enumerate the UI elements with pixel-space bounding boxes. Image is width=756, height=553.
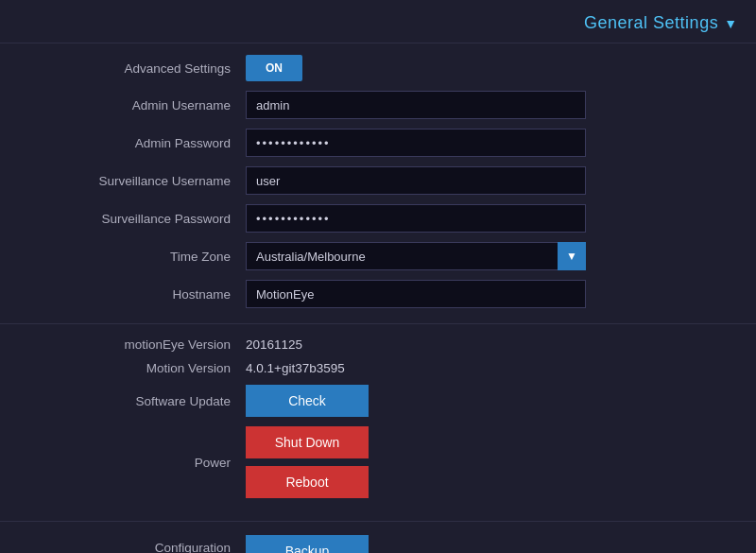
hostname-row: Hostname (38, 280, 718, 308)
header: General Settings ▼ (0, 0, 756, 43)
configuration-buttons: Backup Restore (246, 535, 369, 553)
advanced-settings-row: Advanced Settings ON (38, 55, 718, 81)
motion-version-value: 4.0.1+git37b3595 (246, 361, 345, 375)
timezone-select-wrapper: Australia/Melbourne ▼ (246, 242, 586, 270)
admin-password-input[interactable] (246, 129, 586, 157)
timezone-control: Australia/Melbourne ▼ (246, 242, 586, 270)
advanced-settings-label: Advanced Settings (38, 61, 246, 76)
power-row: Power Shut Down Reboot (38, 426, 718, 498)
admin-password-control (246, 129, 586, 157)
configuration-row: Configuration Backup Restore (38, 535, 718, 553)
admin-username-input[interactable] (246, 91, 586, 119)
surveillance-username-row: Surveillance Username (38, 166, 718, 195)
surveillance-username-control (246, 166, 586, 195)
configuration-section: Configuration Backup Restore (0, 522, 756, 553)
motioneye-version-row: motionEye Version 20161125 (38, 337, 718, 352)
backup-button[interactable]: Backup (246, 535, 369, 553)
software-update-control: Check (246, 385, 369, 417)
motioneye-version-label: motionEye Version (38, 337, 246, 352)
admin-username-label: Admin Username (38, 98, 246, 112)
timezone-select[interactable]: Australia/Melbourne (246, 242, 586, 270)
power-buttons: Shut Down Reboot (246, 426, 369, 498)
hostname-input[interactable] (246, 280, 586, 308)
advanced-settings-toggle[interactable]: ON (246, 55, 302, 81)
page-container: General Settings ▼ Advanced Settings ON … (0, 0, 756, 553)
surveillance-password-input[interactable] (246, 204, 586, 233)
hostname-label: Hostname (38, 287, 246, 302)
surveillance-password-row: Surveillance Password (38, 204, 718, 233)
shutdown-button[interactable]: Shut Down (246, 426, 369, 458)
admin-username-row: Admin Username (38, 91, 718, 119)
motion-version-row: Motion Version 4.0.1+git37b3595 (38, 361, 718, 375)
chevron-down-icon: ▼ (724, 16, 737, 31)
admin-password-label: Admin Password (38, 136, 246, 150)
timezone-label: Time Zone (38, 250, 246, 264)
admin-password-row: Admin Password (38, 129, 718, 157)
software-update-label: Software Update (38, 394, 246, 408)
software-update-row: Software Update Check (38, 385, 718, 417)
surveillance-password-control (246, 204, 586, 233)
admin-username-control (246, 91, 586, 119)
settings-form: Advanced Settings ON Admin Username Admi… (0, 43, 756, 324)
configuration-label: Configuration (38, 535, 246, 553)
motion-version-label: Motion Version (38, 361, 246, 375)
hostname-control (246, 280, 586, 308)
power-label: Power (38, 456, 246, 470)
surveillance-password-label: Surveillance Password (38, 212, 246, 226)
timezone-row: Time Zone Australia/Melbourne ▼ (38, 242, 718, 270)
reboot-button[interactable]: Reboot (246, 466, 369, 498)
page-title: General Settings (584, 13, 718, 33)
surveillance-username-input[interactable] (246, 166, 586, 195)
check-button[interactable]: Check (246, 385, 369, 417)
surveillance-username-label: Surveillance Username (38, 174, 246, 188)
info-section: motionEye Version 20161125 Motion Versio… (0, 324, 756, 522)
motioneye-version-value: 20161125 (246, 337, 302, 352)
advanced-settings-control: ON (246, 55, 586, 81)
